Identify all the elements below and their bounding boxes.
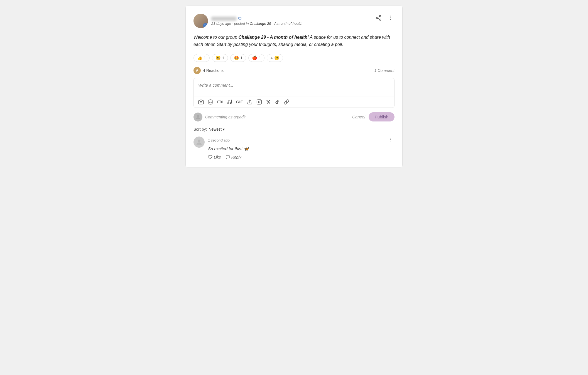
svg-line-4 bbox=[378, 16, 379, 18]
sort-dropdown[interactable]: Newest ▾ bbox=[209, 127, 225, 132]
instagram-icon[interactable] bbox=[256, 99, 262, 105]
comment-text: So excited for this! 🦋 bbox=[208, 146, 395, 152]
reaction-apple[interactable]: 🍎 1 bbox=[248, 54, 264, 62]
audio-icon[interactable] bbox=[227, 99, 232, 105]
post-actions bbox=[374, 14, 395, 22]
reaction-smile[interactable]: 😀 1 bbox=[212, 54, 228, 62]
comment-as-left: Commenting as arpadit bbox=[193, 113, 246, 121]
svg-point-8 bbox=[200, 101, 202, 103]
comment-header-row: 1 second ago bbox=[208, 137, 395, 144]
reactions-summary: A 4 Reactions 1 Comment bbox=[193, 67, 395, 74]
emoji-icon[interactable] bbox=[208, 99, 213, 105]
svg-line-3 bbox=[378, 18, 379, 19]
post-header-left: 🛡 🛡 21 days ago · posted in Challange 29… bbox=[193, 14, 302, 28]
comment-actions: Like Reply bbox=[208, 155, 395, 159]
camera-icon[interactable] bbox=[198, 99, 204, 105]
video-icon[interactable] bbox=[217, 99, 223, 105]
reactions-summary-left: A 4 Reactions bbox=[193, 67, 224, 74]
more-button[interactable] bbox=[386, 14, 395, 22]
publish-button[interactable]: Publish bbox=[369, 112, 395, 121]
add-emoji-icon: 😊 bbox=[274, 55, 280, 60]
smile-emoji: 😀 bbox=[215, 55, 221, 60]
sort-row: Sort by: Newest ▾ bbox=[193, 127, 395, 132]
comment-box: GIF bbox=[193, 78, 395, 108]
twitter-x-icon[interactable] bbox=[266, 99, 271, 104]
sort-chevron-icon: ▾ bbox=[223, 127, 225, 132]
group-link[interactable]: Challange 29 - A month of health bbox=[250, 21, 302, 26]
starstruck-emoji: 🤩 bbox=[234, 55, 239, 60]
reactions-row: 👍 1 😀 1 🤩 1 🍎 1 + 😊 bbox=[193, 54, 395, 62]
reaction-starstruck[interactable]: 🤩 1 bbox=[230, 54, 246, 62]
post-card: 🛡 🛡 21 days ago · posted in Challange 29… bbox=[185, 6, 403, 167]
share-button[interactable] bbox=[374, 14, 383, 22]
comment-user-avatar bbox=[193, 137, 205, 148]
add-icon: + bbox=[270, 56, 273, 60]
post-header: 🛡 🛡 21 days ago · posted in Challange 29… bbox=[193, 14, 395, 28]
svg-point-7 bbox=[390, 19, 391, 20]
post-meta: 🛡 21 days ago · posted in Challange 29 -… bbox=[211, 16, 302, 26]
comment-time: 1 second ago bbox=[208, 138, 230, 142]
apple-emoji: 🍎 bbox=[252, 55, 257, 60]
comment-toolbar: GIF bbox=[194, 96, 394, 108]
thumbsup-emoji: 👍 bbox=[197, 55, 202, 60]
svg-point-19 bbox=[197, 115, 199, 117]
tiktok-icon[interactable] bbox=[275, 99, 280, 104]
link-icon[interactable] bbox=[284, 99, 289, 105]
svg-marker-13 bbox=[221, 101, 222, 103]
comment-content: 1 second ago So excited for this! 🦋 Like bbox=[208, 137, 395, 159]
username-blurred bbox=[211, 17, 236, 21]
thumbsup-count: 1 bbox=[204, 56, 206, 60]
svg-point-14 bbox=[227, 103, 229, 104]
svg-point-15 bbox=[230, 102, 232, 104]
shield-icon: 🛡 bbox=[238, 16, 242, 21]
comment-item: 1 second ago So excited for this! 🦋 Like bbox=[193, 137, 395, 159]
post-body: Welcome to our group Challange 29 - A mo… bbox=[193, 34, 395, 48]
like-button[interactable]: Like bbox=[208, 155, 221, 159]
svg-rect-12 bbox=[218, 101, 221, 103]
smile-count: 1 bbox=[222, 56, 224, 60]
svg-point-23 bbox=[390, 141, 391, 141]
svg-point-20 bbox=[198, 140, 200, 142]
reactions-user-avatar: A bbox=[193, 67, 201, 74]
sort-value: Newest bbox=[209, 127, 222, 132]
add-reaction-button[interactable]: + 😊 bbox=[267, 54, 283, 62]
comments-count: 1 Comment bbox=[374, 68, 395, 73]
svg-point-5 bbox=[390, 16, 391, 16]
gif-button[interactable]: GIF bbox=[236, 100, 243, 104]
comment-as-buttons: Cancel Publish bbox=[352, 112, 395, 121]
svg-point-6 bbox=[390, 18, 391, 18]
reaction-thumbsup[interactable]: 👍 1 bbox=[193, 54, 210, 62]
svg-point-22 bbox=[390, 139, 391, 140]
commenter-avatar bbox=[193, 113, 202, 121]
shield-badge: 🛡 bbox=[203, 23, 208, 28]
svg-point-9 bbox=[208, 100, 213, 104]
avatar: 🛡 bbox=[193, 14, 208, 28]
upload-icon[interactable] bbox=[247, 99, 253, 105]
username-row: 🛡 bbox=[211, 16, 302, 21]
svg-rect-17 bbox=[257, 100, 262, 104]
svg-point-21 bbox=[390, 138, 391, 138]
reactions-text: 4 Reactions bbox=[203, 68, 224, 73]
post-time: 21 days ago · posted in Challange 29 - A… bbox=[211, 21, 302, 26]
reply-button[interactable]: Reply bbox=[226, 155, 241, 159]
comment-as-row: Commenting as arpadit Cancel Publish bbox=[193, 112, 395, 121]
comment-as-label: Commenting as arpadit bbox=[205, 115, 246, 119]
starstruck-count: 1 bbox=[241, 56, 243, 60]
sort-label: Sort by: bbox=[193, 127, 207, 132]
cancel-button[interactable]: Cancel bbox=[352, 115, 365, 119]
apple-count: 1 bbox=[259, 56, 261, 60]
comment-more-button[interactable] bbox=[386, 137, 395, 144]
comment-input[interactable] bbox=[194, 78, 394, 95]
